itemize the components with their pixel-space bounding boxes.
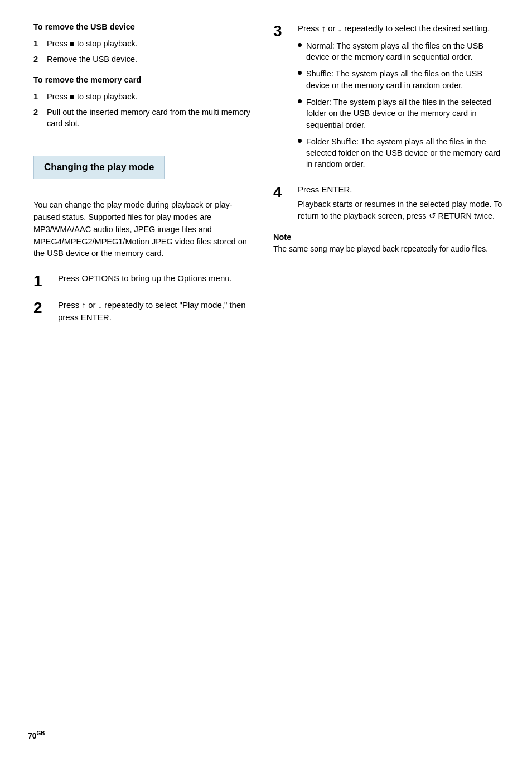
bullet-shuffle: Shuffle: The system plays all the files …	[298, 68, 504, 91]
usb-step-1-text: Press ■ to stop playback.	[47, 38, 138, 49]
memory-step-2-num: 2	[33, 107, 43, 129]
memory-step-2: 2 Pull out the inserted memory card from…	[33, 107, 251, 129]
page-num-text: 70	[28, 731, 37, 740]
left-step-1: 1 Press OPTIONS to bring up the Options …	[33, 272, 251, 289]
intro-text: You can change the play mode during play…	[33, 199, 251, 260]
usb-step-1: 1 Press ■ to stop playback.	[33, 38, 251, 49]
usb-step-2-num: 2	[33, 54, 43, 65]
bullet-normal: Normal: The system plays all the files o…	[298, 40, 504, 63]
bullet-normal-text: Normal: The system plays all the files o…	[306, 40, 504, 63]
bullet-list: Normal: The system plays all the files o…	[298, 40, 504, 170]
right-step-3-text: Press ↑ or ↓ repeatedly to select the de…	[298, 22, 504, 35]
right-step-4: 4 Press ENTER. Playback starts or resume…	[273, 184, 504, 223]
bullet-folder-shuffle-text: Folder Shuffle: The system plays all the…	[306, 136, 504, 170]
note-text: The same song may be played back repeate…	[273, 244, 504, 255]
usb-step-2-text: Remove the USB device.	[47, 54, 137, 65]
bullet-shuffle-text: Shuffle: The system plays all the files …	[306, 68, 504, 91]
bullet-folder-shuffle: Folder Shuffle: The system plays all the…	[298, 136, 504, 170]
bullet-dot-2	[298, 71, 302, 75]
memory-step-2-text: Pull out the inserted memory card from t…	[47, 107, 251, 129]
page: To remove the USB device 1 Press ■ to st…	[0, 0, 532, 757]
right-step-4-num: 4	[273, 185, 294, 200]
usb-step-1-num: 1	[33, 38, 43, 49]
usb-section: To remove the USB device 1 Press ■ to st…	[33, 22, 251, 65]
spacer2	[33, 189, 251, 199]
right-step-4-text: Press ENTER.	[298, 184, 504, 196]
left-step-2-text: Press ↑ or ↓ repeatedly to select "Play …	[58, 299, 251, 324]
memory-step-list: 1 Press ■ to stop playback. 2 Pull out t…	[33, 91, 251, 129]
changing-box-title: Changing the play mode	[44, 162, 154, 172]
bullet-dot-1	[298, 43, 302, 47]
page-number: 70GB	[28, 730, 45, 740]
right-step-3-num: 3	[273, 23, 294, 39]
right-step-4-content: Press ENTER. Playback starts or resumes …	[298, 184, 504, 223]
left-step-1-num: 1	[33, 273, 55, 289]
bullet-folder: Folder: The system plays all the files i…	[298, 97, 504, 131]
note-section: Note The same song may be played back re…	[273, 233, 504, 255]
memory-step-1: 1 Press ■ to stop playback.	[33, 91, 251, 102]
memory-section-title: To remove the memory card	[33, 75, 251, 84]
left-step-2: 2 Press ↑ or ↓ repeatedly to select "Pla…	[33, 299, 251, 324]
right-step-4-body: Playback starts or resumes in the select…	[298, 199, 504, 222]
usb-step-list: 1 Press ■ to stop playback. 2 Remove the…	[33, 38, 251, 65]
right-column: 3 Press ↑ or ↓ repeatedly to select the …	[268, 22, 504, 735]
memory-step-1-text: Press ■ to stop playback.	[47, 91, 138, 102]
right-step-3: 3 Press ↑ or ↓ repeatedly to select the …	[273, 22, 504, 176]
bullet-dot-4	[298, 139, 302, 143]
changing-box: Changing the play mode	[33, 156, 165, 179]
usb-step-2: 2 Remove the USB device.	[33, 54, 251, 65]
left-column: To remove the USB device 1 Press ■ to st…	[33, 22, 268, 735]
bullet-folder-text: Folder: The system plays all the files i…	[306, 97, 504, 131]
bullet-dot-3	[298, 99, 302, 103]
memory-step-1-num: 1	[33, 91, 43, 102]
spacer	[33, 139, 251, 156]
note-title: Note	[273, 233, 504, 242]
right-step-3-content: Press ↑ or ↓ repeatedly to select the de…	[298, 22, 504, 176]
page-suffix: GB	[37, 730, 45, 736]
usb-section-title: To remove the USB device	[33, 22, 251, 31]
memory-section: To remove the memory card 1 Press ■ to s…	[33, 75, 251, 129]
left-step-1-text: Press OPTIONS to bring up the Options me…	[58, 272, 232, 285]
left-step-2-num: 2	[33, 300, 55, 316]
